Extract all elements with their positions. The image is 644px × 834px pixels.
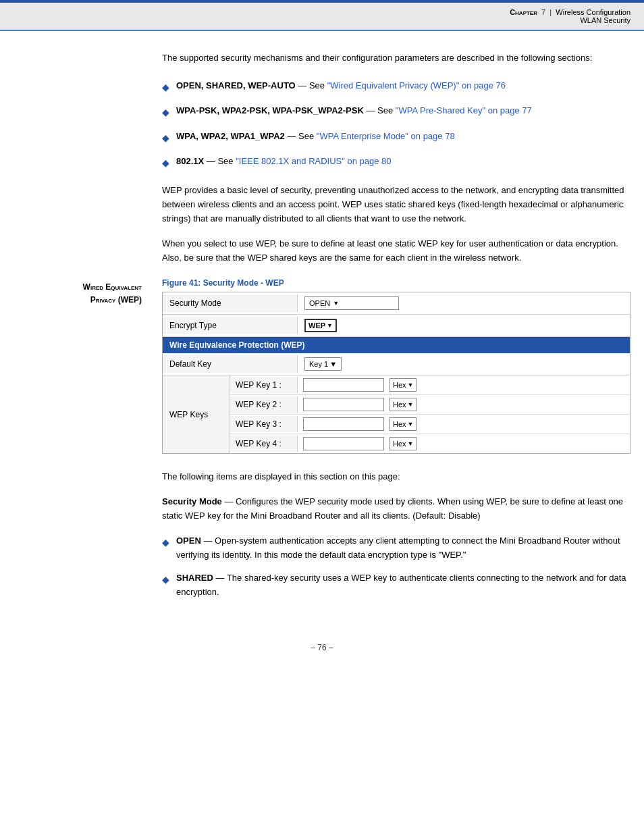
wep-key-3-input[interactable]	[303, 417, 384, 431]
wep-key-row-3: WEP Key 3 : Hex ▼	[230, 415, 630, 434]
wep-key-4-label: WEP Key 4 :	[230, 436, 298, 452]
key1-dropdown-arrow: ▼	[329, 360, 337, 368]
list-item: ◆ 802.1X — See "IEEE 802.1X and RADIUS" …	[162, 155, 630, 170]
encrypt-type-row: Encrypt Type WEP ▼	[163, 315, 630, 337]
bullet-diamond-open: ◆	[162, 535, 169, 550]
wep-key-row-1: WEP Key 1 : Hex ▼	[230, 375, 630, 395]
list-item: ◆ WPA, WPA2, WPA1_WPA2 — See "WPA Enterp…	[162, 130, 630, 145]
desc-shared-bold: SHARED	[176, 573, 213, 583]
desc-shared-text: SHARED — The shared-key security uses a …	[176, 571, 630, 600]
wep-key-row-2: WEP Key 2 : Hex ▼	[230, 395, 630, 415]
item-bold: 802.1X	[176, 156, 204, 166]
list-item: ◆ OPEN, SHARED, WEP-AUTO — See "Wired Eq…	[162, 79, 630, 95]
default-key-label: Default Key	[163, 355, 298, 373]
encrypt-type-label: Encrypt Type	[163, 317, 298, 334]
bullet-diamond: ◆	[162, 130, 169, 145]
encrypt-type-value-cell: WEP ▼	[298, 315, 630, 336]
wep-key-2-label: WEP Key 2 :	[230, 396, 298, 413]
desc-open-text: OPEN — Open-system authentication accept…	[176, 534, 630, 563]
page-body: Wired Equivalent Privacy (WEP) The suppo…	[0, 31, 644, 629]
desc-open-item: ◆ OPEN — Open-system authentication acce…	[162, 534, 630, 563]
item-text: WPA-PSK, WPA2-PSK, WPA-PSK_WPA2-PSK — Se…	[176, 104, 532, 118]
main-content: The supported security mechanisms and th…	[155, 51, 630, 609]
figure-caption: Figure 41: Security Mode - WEP	[162, 278, 630, 288]
item-bold: OPEN, SHARED, WEP-AUTO	[176, 80, 296, 90]
default-key-value-cell: Key 1 ▼	[298, 353, 630, 375]
item-text: OPEN, SHARED, WEP-AUTO — See "Wired Equi…	[176, 79, 506, 93]
sidebar-heading: Wired Equivalent Privacy (WEP)	[14, 281, 149, 307]
wpa-psk-link[interactable]: "WPA Pre-Shared Key" on page 77	[396, 105, 532, 115]
desc-intro: The following items are displayed in thi…	[162, 470, 630, 484]
security-mode-row: Security Mode OPEN ▼	[163, 292, 630, 315]
item-bold: WPA, WPA2, WPA1_WPA2	[176, 131, 285, 141]
desc-security-mode: Security Mode — Configures the WEP secur…	[162, 495, 630, 523]
wep-key-2-encoding[interactable]: Hex ▼	[390, 398, 417, 411]
desc-security-mode-text: — Configures the WEP security mode used …	[162, 496, 623, 521]
security-mode-label: Security Mode	[163, 294, 298, 312]
8021x-link[interactable]: "IEEE 802.1X and RADIUS" on page 80	[236, 156, 391, 166]
page-header: Chapter 7 | Wireless Configuration WLAN …	[0, 3, 644, 31]
intro-paragraph: The supported security mechanisms and th…	[162, 51, 630, 66]
list-item: ◆ WPA-PSK, WPA2-PSK, WPA-PSK_WPA2-PSK — …	[162, 104, 630, 120]
wep-para1: WEP provides a basic level of security, …	[162, 184, 630, 226]
desc-security-mode-title: Security Mode	[162, 496, 222, 506]
wep-key-1-input-cell: Hex ▼	[298, 375, 630, 394]
bullet-diamond: ◆	[162, 155, 169, 170]
desc-bullet-list: ◆ OPEN — Open-system authentication acce…	[162, 534, 630, 600]
dropdown-arrow: ▼	[333, 300, 339, 307]
feature-bullet-list: ◆ OPEN, SHARED, WEP-AUTO — See "Wired Eq…	[162, 79, 630, 171]
security-mode-select[interactable]: OPEN ▼	[304, 296, 399, 310]
wep-key-1-input[interactable]	[303, 378, 384, 392]
wep-key-4-input[interactable]	[303, 437, 384, 450]
wep-section-header: Wire Equivalence Protection (WEP)	[163, 337, 630, 353]
left-margin: Wired Equivalent Privacy (WEP)	[14, 51, 155, 609]
wep-key-2-input-cell: Hex ▼	[298, 395, 630, 414]
wep-key-3-encoding[interactable]: Hex ▼	[390, 417, 417, 431]
page-number: – 76 –	[311, 643, 333, 652]
sub-title: WLAN Security	[14, 16, 630, 24]
wep-key-3-input-cell: Hex ▼	[298, 415, 630, 434]
bullet-diamond: ◆	[162, 105, 169, 120]
wep-key-3-label: WEP Key 3 :	[230, 416, 298, 432]
wep-keys-label: WEP Keys	[163, 375, 230, 453]
wep-key-2-input[interactable]	[303, 398, 384, 411]
wep-keys-section: WEP Keys WEP Key 1 : Hex ▼ WEP	[163, 375, 630, 453]
bullet-diamond-shared: ◆	[162, 572, 169, 587]
page-footer: – 76 –	[0, 629, 644, 659]
item-text: 802.1X — See "IEEE 802.1X and RADIUS" on…	[176, 155, 392, 169]
desc-shared-item: ◆ SHARED — The shared-key security uses …	[162, 571, 630, 600]
wep-key-1-label: WEP Key 1 :	[230, 377, 298, 393]
default-key-select[interactable]: Key 1 ▼	[304, 357, 342, 371]
item-text: WPA, WPA2, WPA1_WPA2 — See "WPA Enterpri…	[176, 130, 455, 144]
desc-open-desc: — Open-system authentication accepts any…	[176, 536, 620, 560]
security-mode-value-cell: OPEN ▼	[298, 292, 630, 314]
desc-open-bold: OPEN	[176, 536, 201, 546]
description-section: The following items are displayed in thi…	[162, 470, 630, 600]
default-key-row: Default Key Key 1 ▼	[163, 353, 630, 375]
bullet-diamond: ◆	[162, 80, 169, 95]
wep-key-4-encoding[interactable]: Hex ▼	[390, 437, 417, 450]
encrypt-type-select[interactable]: WEP ▼	[304, 319, 337, 332]
dropdown-arrow-encrypt: ▼	[327, 322, 333, 329]
wep-link[interactable]: "Wired Equivalent Privacy (WEP)" on page…	[327, 80, 506, 90]
desc-shared-desc: — The shared-key security uses a WEP key…	[176, 573, 626, 597]
wep-key-row-4: WEP Key 4 : Hex ▼	[230, 434, 630, 453]
wpa-enterprise-link[interactable]: "WPA Enterprise Mode" on page 78	[317, 131, 455, 141]
wep-key-4-input-cell: Hex ▼	[298, 434, 630, 453]
wep-config-table: Security Mode OPEN ▼ Encrypt Type WEP ▼	[162, 292, 630, 454]
item-bold: WPA-PSK, WPA2-PSK, WPA-PSK_WPA2-PSK	[176, 105, 364, 115]
wep-keys-rows: WEP Key 1 : Hex ▼ WEP Key 2 :	[230, 375, 630, 453]
chapter-label: Chapter 7 | Wireless Configuration	[510, 8, 630, 16]
wep-para2: When you select to use WEP, be sure to d…	[162, 237, 630, 265]
wep-key-1-encoding[interactable]: Hex ▼	[390, 378, 417, 392]
